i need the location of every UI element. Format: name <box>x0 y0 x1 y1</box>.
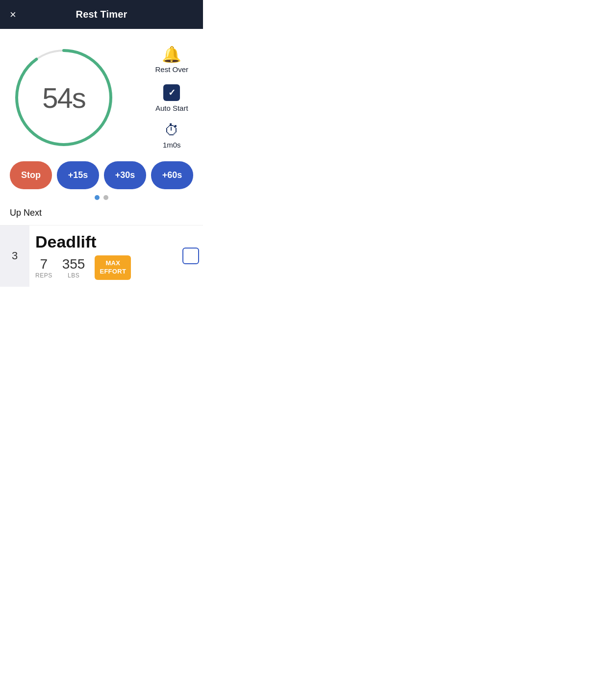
up-next-label: Up Next <box>10 208 193 220</box>
duration-label: 1m0s <box>163 141 181 149</box>
header: × Rest Timer <box>0 0 203 29</box>
set-number: 3 <box>0 225 29 287</box>
timer-circle: 54s <box>10 44 118 151</box>
stop-button[interactable]: Stop <box>10 161 52 189</box>
weight-stat: 355 LBS <box>62 256 85 279</box>
dot-1 <box>95 195 100 200</box>
auto-start-checkbox[interactable]: ✓ <box>163 84 180 101</box>
exercise-stats: 7 REPS 355 LBS MAX EFFORT <box>35 255 173 280</box>
exercise-name: Deadlift <box>35 232 173 251</box>
exercise-card: 3 Deadlift 7 REPS 355 LBS MAX EFFORT <box>0 225 203 287</box>
duration-control[interactable]: ⏱ 1m0s <box>163 123 181 149</box>
page-dots <box>10 195 193 200</box>
auto-start-label: Auto Start <box>155 104 188 112</box>
weight-label: LBS <box>68 272 79 279</box>
rest-over-label: Rest Over <box>155 65 188 74</box>
dot-2 <box>103 195 108 200</box>
add-30s-button[interactable]: +30s <box>104 161 146 189</box>
close-button[interactable]: × <box>10 9 16 20</box>
reps-value: 7 <box>40 256 48 272</box>
rest-over-control: 🔔 Rest Over <box>155 47 188 74</box>
max-effort-badge: MAX EFFORT <box>95 255 131 280</box>
exercise-complete-checkbox[interactable] <box>182 248 199 264</box>
timer-display: 54s <box>42 81 85 114</box>
reps-label: REPS <box>35 272 52 279</box>
timer-controls: 🔔 Rest Over ✓ Auto Start ⏱ 1m0s <box>155 47 188 149</box>
exercise-info: Deadlift 7 REPS 355 LBS MAX EFFORT <box>29 225 178 287</box>
exercise-checkbox-area[interactable] <box>178 225 203 287</box>
action-buttons: Stop +15s +30s +60s <box>10 161 193 189</box>
weight-value: 355 <box>62 256 85 272</box>
add-15s-button[interactable]: +15s <box>57 161 99 189</box>
stopwatch-icon: ⏱ <box>164 123 179 138</box>
reps-stat: 7 REPS <box>35 256 52 279</box>
auto-start-control[interactable]: ✓ Auto Start <box>155 84 188 112</box>
page-title: Rest Timer <box>76 9 127 20</box>
add-60s-button[interactable]: +60s <box>151 161 193 189</box>
timer-section: 54s 🔔 Rest Over ✓ Auto Start ⏱ 1m0s <box>10 39 193 161</box>
main-content: 54s 🔔 Rest Over ✓ Auto Start ⏱ 1m0s Stop… <box>0 29 203 220</box>
bell-icon: 🔔 <box>162 47 181 62</box>
